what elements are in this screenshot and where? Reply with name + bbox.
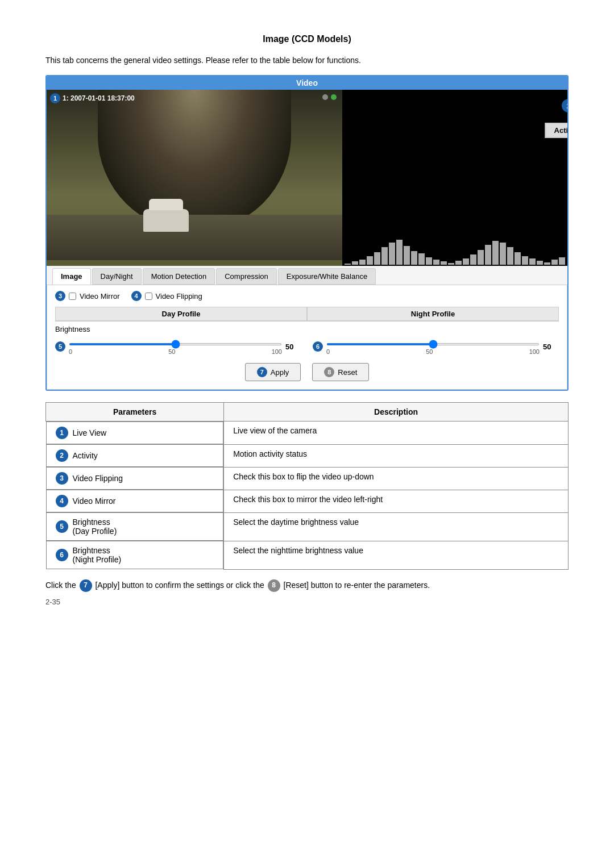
tab-image[interactable]: Image <box>52 268 91 285</box>
param-name-cell: 5Brightness (Day Profile) <box>46 512 224 541</box>
video-mirror-checkbox[interactable] <box>69 293 76 300</box>
video-mirror-label: Video Mirror <box>80 292 120 301</box>
param-name-cell: 6Brightness (Night Profile) <box>46 541 224 569</box>
param-label: Video Mirror <box>73 496 116 506</box>
activity-panel: Activity 2 <box>342 90 567 266</box>
badge-3: 3 <box>55 291 65 301</box>
footer-text-end: [Reset] button to re-enter the parameter… <box>284 581 430 590</box>
video-flipping-checkbox[interactable] <box>145 293 152 300</box>
video-panel-title: Video <box>47 76 567 90</box>
tab-daynight[interactable]: Day/Night <box>92 268 142 285</box>
param-badge-2: 2 <box>56 449 68 462</box>
video-flipping-item: 4 Video Flipping <box>131 291 202 301</box>
video-content-row: 1 1: 2007-01-01 18:37:00 Activity 2 <box>47 90 567 266</box>
param-desc: Motion activity status <box>224 444 569 467</box>
buttons-row: 7 Apply 8 Reset <box>55 363 559 381</box>
day-value: 50 <box>285 343 301 351</box>
param-name-cell: 2Activity <box>46 444 224 467</box>
param-label: Live View <box>73 428 107 437</box>
video-flipping-label: Video Flipping <box>156 292 202 301</box>
day-mid-label: 50 <box>168 348 175 355</box>
night-max-label: 100 <box>529 348 540 355</box>
video-panel: Video 1 1: 2007-01-01 18:37:00 <box>45 75 569 391</box>
param-desc: Check this box to flip the video up-down <box>224 467 569 490</box>
timestamp: 1: 2007-01-01 18:37:00 <box>63 94 135 102</box>
param-desc: Check this box to mirror the video left-… <box>224 490 569 512</box>
page-num: 2-35 <box>45 598 569 606</box>
activity-graph <box>342 237 567 266</box>
table-row: 2ActivityMotion activity status <box>46 444 569 467</box>
tunnel-scene <box>47 90 342 266</box>
param-badge-1: 1 <box>56 427 68 439</box>
badge-4: 4 <box>131 291 142 301</box>
tunnel-arch <box>98 90 291 232</box>
page-title: Image (CCD Models) <box>45 34 569 44</box>
tab-exposure[interactable]: Exposure/White Balance <box>278 268 376 285</box>
reset-button[interactable]: 8 Reset <box>312 363 369 381</box>
intro-text: This tab concerns the general video sett… <box>45 56 569 65</box>
badge-7-btn: 7 <box>257 367 267 377</box>
day-brightness-slider[interactable] <box>69 343 282 345</box>
table-row: 1Live ViewLive view of the camera <box>46 422 569 445</box>
brightness-section: Brightness <box>55 325 559 333</box>
col2-header: Description <box>224 403 569 422</box>
param-label: Video Flipping <box>73 474 123 483</box>
settings-area: 3 Video Mirror 4 Video Flipping Day Prof… <box>47 285 567 390</box>
param-desc: Select the nighttime brightness value <box>224 541 569 569</box>
badge-2: 2 <box>562 99 569 112</box>
col1-header: Parameters <box>46 403 224 422</box>
badge-5: 5 <box>55 341 65 352</box>
param-label: Brightness (Day Profile) <box>73 518 117 536</box>
dot-green <box>331 94 337 100</box>
apply-button[interactable]: 7 Apply <box>245 363 301 381</box>
table-row: 3Video FlippingCheck this box to flip th… <box>46 467 569 490</box>
param-label: Activity <box>73 451 98 460</box>
param-name-cell: 4Video Mirror <box>46 490 224 512</box>
param-desc: Live view of the camera <box>224 422 569 445</box>
footer-text-mid: [Apply] button to confirm the settings o… <box>95 581 264 590</box>
night-profile-header: Night Profile <box>307 307 559 321</box>
param-badge-4: 4 <box>56 495 68 507</box>
sliders-row: 5 0 50 100 50 6 0 50 <box>55 338 559 355</box>
night-slider-container: 0 50 100 <box>326 338 540 355</box>
night-slider-labels: 0 50 100 <box>326 348 540 355</box>
video-mirror-item: 3 Video Mirror <box>55 291 120 301</box>
day-slider-container: 0 50 100 <box>69 338 282 355</box>
video-main: 1 1: 2007-01-01 18:37:00 <box>47 90 342 266</box>
param-name-cell: 1Live View <box>46 422 224 444</box>
apply-label: Apply <box>271 368 289 377</box>
tab-motion-detection[interactable]: Motion Detection <box>143 268 215 285</box>
dot-gray <box>322 94 328 100</box>
day-min-label: 0 <box>69 348 72 355</box>
badge-8-btn: 8 <box>324 367 334 377</box>
table-row: 4Video MirrorCheck this box to mirror th… <box>46 490 569 512</box>
road-lines <box>47 215 342 260</box>
params-table: Parameters Description 1Live ViewLive vi… <box>45 402 569 570</box>
night-value: 50 <box>543 343 559 351</box>
checkbox-row: 3 Video Mirror 4 Video Flipping <box>55 291 559 301</box>
dots-row <box>322 94 337 100</box>
badge-6: 6 <box>313 341 323 352</box>
param-label: Brightness (Night Profile) <box>73 546 122 564</box>
day-max-label: 100 <box>272 348 282 355</box>
car-shape <box>143 209 189 232</box>
footer-badge-8: 8 <box>268 579 280 592</box>
day-slider-labels: 0 50 100 <box>69 348 282 355</box>
footer-badge-7: 7 <box>80 579 92 592</box>
footer-text-before: Click the <box>45 581 76 590</box>
profile-headers: Day Profile Night Profile <box>55 307 559 322</box>
badge-1: 1 <box>50 93 60 103</box>
tab-compression[interactable]: Compression <box>216 268 277 285</box>
param-badge-3: 3 <box>56 472 68 485</box>
table-row: 5Brightness (Day Profile)Select the dayt… <box>46 512 569 541</box>
day-profile-header: Day Profile <box>55 307 307 321</box>
night-brightness-slider[interactable] <box>326 343 540 345</box>
activity-label-box: Activity <box>545 123 569 138</box>
param-badge-5: 5 <box>56 520 68 533</box>
reset-label: Reset <box>338 368 357 377</box>
param-name-cell: 3Video Flipping <box>46 467 224 490</box>
param-badge-6: 6 <box>56 549 68 561</box>
table-row: 6Brightness (Night Profile)Select the ni… <box>46 541 569 569</box>
param-desc: Select the daytime brightness value <box>224 512 569 541</box>
footer-text: Click the 7 [Apply] button to confirm th… <box>45 579 569 592</box>
